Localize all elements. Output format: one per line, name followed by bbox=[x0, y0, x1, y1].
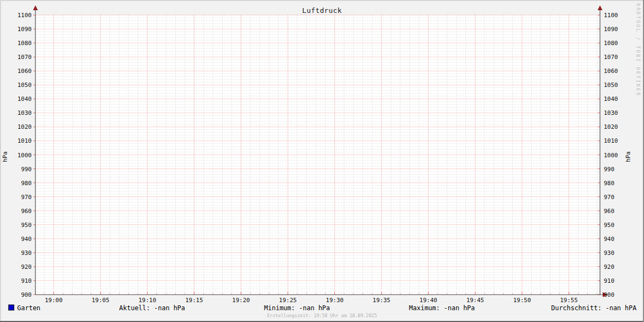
y-axis-tick-label: 980 bbox=[21, 180, 32, 187]
x-axis-tick-label: 19:05 bbox=[92, 297, 109, 304]
y-axis-tick-label: 1100 bbox=[604, 12, 618, 19]
y-axis-tick-label: 1050 bbox=[18, 82, 32, 89]
y-axis-tick-label: 960 bbox=[21, 208, 32, 215]
x-axis-tick-label: 19:10 bbox=[138, 297, 156, 304]
y-axis-tick-label: 1020 bbox=[18, 123, 32, 130]
y-axis-tick-label: 1060 bbox=[604, 68, 618, 75]
y-axis-tick-label: 1050 bbox=[604, 82, 618, 89]
y-axis-tick-label: 1080 bbox=[18, 40, 32, 47]
y-axis-tick-label: 1090 bbox=[18, 26, 32, 33]
y-axis-unit-right: hPa bbox=[625, 151, 632, 162]
legend-color-swatch bbox=[9, 305, 14, 310]
y-axis-tick-label: 1000 bbox=[604, 152, 618, 159]
y-axis-tick-label: 1010 bbox=[604, 137, 618, 144]
y-axis-tick-label: 1070 bbox=[604, 54, 618, 61]
y-axis-tick-label: 1030 bbox=[18, 109, 32, 116]
y-axis-tick-label: 910 bbox=[604, 277, 614, 284]
x-axis-tick-label: 19:50 bbox=[513, 297, 531, 304]
y-axis-tick-label: 920 bbox=[21, 264, 32, 270]
y-axis-tick-label: 1010 bbox=[18, 137, 32, 144]
y-axis-tick-label: 1030 bbox=[604, 109, 618, 116]
y-axis-tick-label: 940 bbox=[604, 236, 614, 243]
y-axis-tick-label: 1040 bbox=[604, 96, 618, 103]
legend-label: Garten bbox=[17, 304, 40, 312]
y-axis-tick-label: 1060 bbox=[18, 68, 32, 75]
x-axis-tick-label: 19:15 bbox=[185, 297, 203, 304]
y-axis-tick-label: 900 bbox=[604, 291, 614, 298]
y-axis-tick-label: 1000 bbox=[18, 152, 32, 159]
y-axis-tick-label: 920 bbox=[604, 264, 614, 270]
bevel-top bbox=[0, 0, 644, 1]
stat-durchschnitt: Durchschnitt: -nan hPA bbox=[551, 304, 637, 312]
y-axis-tick-label: 990 bbox=[21, 166, 32, 173]
y-axis-tick-label: 910 bbox=[21, 277, 32, 284]
rrdtool-watermark: RRDTOOL / TOBI OETIKER bbox=[635, 3, 641, 97]
y-axis-tick-label: 930 bbox=[604, 250, 614, 257]
y-axis-tick-label: 990 bbox=[604, 166, 614, 173]
y-axis-tick-label: 1090 bbox=[604, 26, 618, 33]
stat-maximum: Maximum: -nan hPa bbox=[409, 304, 475, 312]
y-axis-tick-label: 1100 bbox=[18, 12, 32, 19]
stat-aktuell: Aktuell: -nan hPa bbox=[119, 304, 185, 312]
y-axis-tick-label: 930 bbox=[21, 250, 32, 257]
y-axis-unit-left: hPa bbox=[2, 151, 9, 162]
x-axis-tick-label: 19:00 bbox=[45, 297, 62, 304]
y-axis-tick-label: 950 bbox=[604, 222, 614, 229]
x-axis-tick-label: 19:40 bbox=[420, 297, 437, 304]
y-axis-tick-label: 1040 bbox=[18, 96, 32, 103]
x-axis-tick-label: 19:45 bbox=[466, 297, 484, 304]
x-axis-tick-label: 19:35 bbox=[372, 297, 390, 304]
x-axis-tick-label: 19:30 bbox=[326, 297, 343, 304]
chart-title: Luftdruck bbox=[302, 6, 342, 14]
bevel-left bbox=[0, 0, 1, 322]
y-axis-tick-label: 950 bbox=[21, 222, 32, 229]
pressure-chart: 9009109209309409509609709809901000101010… bbox=[0, 0, 644, 322]
y-axis-tick-label: 970 bbox=[21, 194, 32, 201]
stat-minimum: Minimum: -nan hPa bbox=[264, 304, 330, 312]
y-axis-tick-label: 1020 bbox=[604, 123, 618, 130]
x-axis-tick-label: 19:20 bbox=[232, 297, 250, 304]
x-axis-tick-label: 19:25 bbox=[279, 297, 297, 304]
y-axis-tick-label: 970 bbox=[604, 194, 614, 201]
y-axis-tick-label: 1070 bbox=[18, 54, 32, 61]
rrdtool-graph-image: 9009109209309409509609709809901000101010… bbox=[0, 0, 644, 322]
y-axis-tick-label: 940 bbox=[21, 236, 32, 243]
y-axis-tick-label: 1080 bbox=[604, 40, 618, 47]
y-axis-tick-label: 980 bbox=[604, 180, 614, 187]
y-axis-tick-label: 900 bbox=[21, 291, 32, 298]
creation-time-footer: Erstellungszeit: 19:58 Uhr am 10.09.2025 bbox=[267, 313, 377, 318]
x-axis-tick-label: 19:55 bbox=[560, 297, 577, 304]
y-axis-tick-label: 960 bbox=[604, 208, 614, 215]
